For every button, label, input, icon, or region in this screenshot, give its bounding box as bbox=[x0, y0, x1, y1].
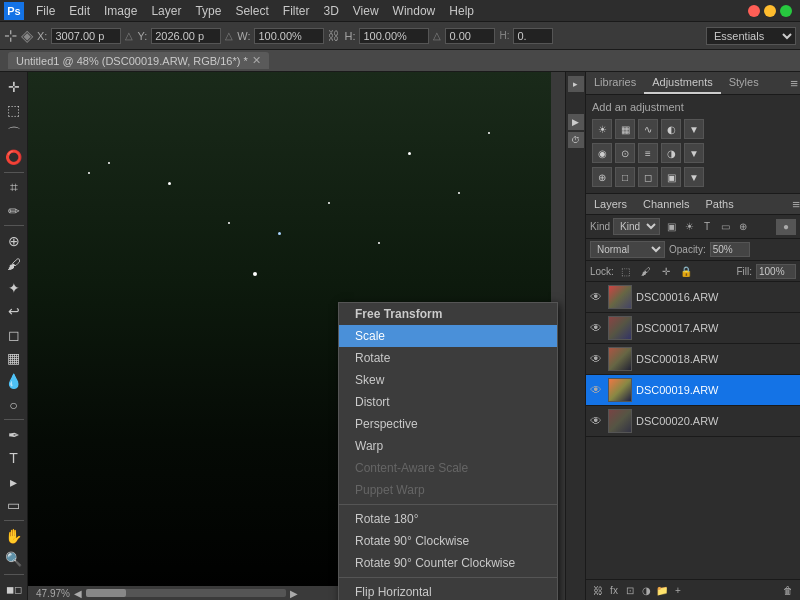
menu-3d[interactable]: 3D bbox=[317, 2, 344, 20]
ctx-free-transform[interactable]: Free Transform bbox=[339, 303, 557, 325]
adj-more2[interactable]: ▼ bbox=[684, 143, 704, 163]
scroll-thumb[interactable] bbox=[86, 589, 126, 597]
zoom-tool[interactable]: 🔍 bbox=[2, 548, 26, 569]
ctx-warp[interactable]: Warp bbox=[339, 435, 557, 457]
h-input[interactable] bbox=[359, 28, 429, 44]
layer-visibility-0[interactable]: 👁 bbox=[590, 290, 604, 304]
text-tool[interactable]: T bbox=[2, 448, 26, 469]
tab-styles[interactable]: Styles bbox=[721, 72, 767, 94]
w-input[interactable] bbox=[254, 28, 324, 44]
filter-pixel[interactable]: ▣ bbox=[663, 219, 679, 235]
adj-exposure[interactable]: ◐ bbox=[661, 119, 681, 139]
adj-posterize[interactable]: ▣ bbox=[661, 167, 681, 187]
dodge-tool[interactable]: ○ bbox=[2, 394, 26, 415]
ctx-scale[interactable]: Scale bbox=[339, 325, 557, 347]
ctx-rotate-90cw[interactable]: Rotate 90° Clockwise bbox=[339, 530, 557, 552]
adj-color-lookup[interactable]: □ bbox=[615, 167, 635, 187]
adj-channel-mixer[interactable]: ⊕ bbox=[592, 167, 612, 187]
brush-tool[interactable]: 🖌 bbox=[2, 254, 26, 275]
menu-image[interactable]: Image bbox=[98, 2, 143, 20]
tab-adjustments[interactable]: Adjustments bbox=[644, 72, 721, 94]
y-input[interactable] bbox=[151, 28, 221, 44]
filter-adjust[interactable]: ☀ bbox=[681, 219, 697, 235]
window-close[interactable] bbox=[780, 5, 792, 17]
pen-tool[interactable]: ✒ bbox=[2, 424, 26, 445]
layer-item-0[interactable]: 👁 DSC00016.ARW bbox=[586, 282, 800, 313]
menu-view[interactable]: View bbox=[347, 2, 385, 20]
menu-edit[interactable]: Edit bbox=[63, 2, 96, 20]
layer-visibility-2[interactable]: 👁 bbox=[590, 352, 604, 366]
adj-color-balance[interactable]: ≡ bbox=[638, 143, 658, 163]
lock-transparent[interactable]: ⬚ bbox=[618, 263, 634, 279]
lasso-tool[interactable]: ⌒ bbox=[2, 123, 26, 144]
healing-tool[interactable]: ⊕ bbox=[2, 230, 26, 251]
adj-more3[interactable]: ▼ bbox=[684, 167, 704, 187]
clone-tool[interactable]: ✦ bbox=[2, 277, 26, 298]
tab-layers[interactable]: Layers bbox=[586, 194, 635, 214]
ctx-rotate-90ccw[interactable]: Rotate 90° Counter Clockwise bbox=[339, 552, 557, 574]
adj-vibrance[interactable]: ◉ bbox=[592, 143, 612, 163]
window-minimize[interactable] bbox=[748, 5, 760, 17]
play-btn[interactable]: ▶ bbox=[568, 114, 584, 130]
doc-close-icon[interactable]: ✕ bbox=[252, 54, 261, 67]
menu-file[interactable]: File bbox=[30, 2, 61, 20]
history-btn[interactable]: ⏱ bbox=[568, 132, 584, 148]
quick-select-tool[interactable]: ⭕ bbox=[2, 146, 26, 167]
layer-filter-toggle[interactable]: ● bbox=[776, 219, 796, 235]
menu-window[interactable]: Window bbox=[387, 2, 442, 20]
add-adjustment-icon[interactable]: ◑ bbox=[638, 582, 654, 598]
panel-options-icon[interactable]: ≡ bbox=[788, 72, 800, 94]
layer-kind-select[interactable]: Kind bbox=[613, 218, 660, 235]
adj-more1[interactable]: ▼ bbox=[684, 119, 704, 139]
adj-levels[interactable]: ▦ bbox=[615, 119, 635, 139]
link-wh-icon[interactable]: ⛓ bbox=[328, 29, 340, 43]
tab-libraries[interactable]: Libraries bbox=[586, 72, 644, 94]
layer-visibility-3[interactable]: 👁 bbox=[590, 383, 604, 397]
lock-position[interactable]: ✛ bbox=[658, 263, 674, 279]
document-tab[interactable]: Untitled1 @ 48% (DSC00019.ARW, RGB/16*) … bbox=[8, 52, 269, 69]
x-input[interactable] bbox=[51, 28, 121, 44]
ctx-distort[interactable]: Distort bbox=[339, 391, 557, 413]
menu-layer[interactable]: Layer bbox=[145, 2, 187, 20]
eyedropper-tool[interactable]: ✏ bbox=[2, 200, 26, 221]
blend-mode-select[interactable]: Normal bbox=[590, 241, 665, 258]
crop-tool[interactable]: ⌗ bbox=[2, 177, 26, 198]
menu-help[interactable]: Help bbox=[443, 2, 480, 20]
filter-smart[interactable]: ⊕ bbox=[735, 219, 751, 235]
add-mask-icon[interactable]: ⊡ bbox=[622, 582, 638, 598]
filter-type[interactable]: T bbox=[699, 219, 715, 235]
tab-channels[interactable]: Channels bbox=[635, 194, 697, 214]
ctx-perspective[interactable]: Perspective bbox=[339, 413, 557, 435]
angle-input[interactable] bbox=[445, 28, 495, 44]
workspace-select[interactable]: Essentials bbox=[706, 27, 796, 45]
selection-tool[interactable]: ⬚ bbox=[2, 99, 26, 120]
shape-tool[interactable]: ▭ bbox=[2, 495, 26, 516]
scroll-arrow-right[interactable]: ▶ bbox=[290, 588, 298, 599]
fill-input[interactable] bbox=[756, 264, 796, 279]
adj-invert[interactable]: ◻ bbox=[638, 167, 658, 187]
adj-hue-sat[interactable]: ⊙ bbox=[615, 143, 635, 163]
add-link-icon[interactable]: ⛓ bbox=[590, 582, 606, 598]
add-layer-icon[interactable]: + bbox=[670, 582, 686, 598]
layer-visibility-1[interactable]: 👁 bbox=[590, 321, 604, 335]
ctx-rotate-180[interactable]: Rotate 180° bbox=[339, 508, 557, 530]
layers-panel-options[interactable]: ≡ bbox=[792, 194, 800, 214]
gradient-tool[interactable]: ▦ bbox=[2, 347, 26, 368]
hand-tool[interactable]: ✋ bbox=[2, 525, 26, 546]
ctx-skew[interactable]: Skew bbox=[339, 369, 557, 391]
ctx-flip-horizontal[interactable]: Flip Horizontal bbox=[339, 581, 557, 600]
fg-bg-colors[interactable]: ◼◻ bbox=[2, 579, 26, 600]
window-maximize[interactable] bbox=[764, 5, 776, 17]
scroll-arrow-left[interactable]: ◀ bbox=[74, 588, 82, 599]
layer-item-2[interactable]: 👁 DSC00018.ARW bbox=[586, 344, 800, 375]
eraser-tool[interactable]: ◻ bbox=[2, 324, 26, 345]
ctx-rotate[interactable]: Rotate bbox=[339, 347, 557, 369]
menu-type[interactable]: Type bbox=[189, 2, 227, 20]
menu-filter[interactable]: Filter bbox=[277, 2, 316, 20]
add-fx-icon[interactable]: fx bbox=[606, 582, 622, 598]
opacity-input[interactable] bbox=[710, 242, 750, 257]
h2-input[interactable] bbox=[513, 28, 553, 44]
collapse-btn[interactable]: ▸ bbox=[568, 76, 584, 92]
lock-image[interactable]: 🖌 bbox=[638, 263, 654, 279]
delete-layer-icon[interactable]: 🗑 bbox=[780, 582, 796, 598]
